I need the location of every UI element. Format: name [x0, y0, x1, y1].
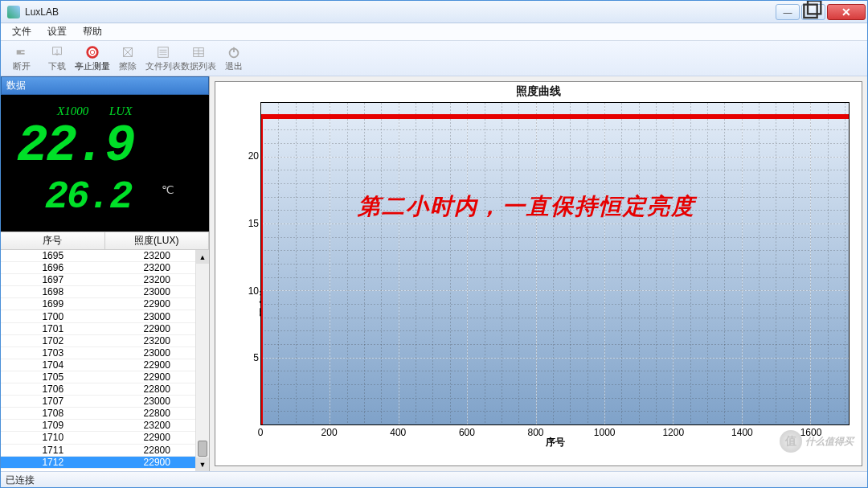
cell-index: 1696 — [1, 262, 105, 273]
minimize-button[interactable]: — — [776, 4, 800, 20]
lcd-value-lux: 22.9 — [17, 117, 134, 175]
watermark: 值 什么值得买 — [780, 430, 854, 453]
chart-series-rise — [261, 117, 263, 424]
status-bar: 已连接 — [1, 471, 867, 487]
y-tick: 15 — [248, 218, 259, 229]
menu-settings[interactable]: 设置 — [39, 23, 75, 40]
table-row[interactable]: 170822800 — [1, 408, 209, 420]
col-index-header[interactable]: 序号 — [1, 232, 105, 249]
x-tick: 800 — [528, 427, 544, 438]
menu-file[interactable]: 文件 — [4, 23, 39, 40]
close-button[interactable]: ✕ — [827, 4, 866, 20]
scroll-down-arrow-icon[interactable]: ▼ — [196, 457, 209, 471]
y-axis: 5101520 — [246, 102, 260, 425]
chart-series-line — [261, 114, 849, 119]
x-tick: 0 — [258, 427, 264, 438]
cell-index: 1700 — [1, 311, 105, 322]
panel-title: 数据 — [1, 76, 209, 95]
table-row[interactable]: 169922900 — [1, 298, 209, 310]
cell-lux: 22800 — [105, 383, 210, 395]
cell-index: 1697 — [1, 274, 105, 285]
cell-index: 1695 — [1, 250, 105, 261]
download-button[interactable]: 下载 — [39, 43, 75, 75]
table-row[interactable]: 170723000 — [1, 396, 209, 408]
x-axis: 序号 02004006008001000120014001600 — [260, 425, 850, 449]
table-row[interactable]: 170223200 — [1, 335, 209, 347]
cell-lux: 22900 — [105, 359, 210, 371]
table-row[interactable]: 170923200 — [1, 420, 209, 432]
status-connected: 已连接 — [6, 474, 35, 486]
table-row[interactable]: 169723200 — [1, 274, 209, 286]
disconnect-button[interactable]: 断开 — [4, 43, 39, 75]
cell-index: 1707 — [1, 396, 105, 407]
scroll-up-arrow-icon[interactable]: ▲ — [196, 250, 209, 264]
table-row[interactable]: 170422900 — [1, 359, 209, 371]
table-row[interactable]: 169823000 — [1, 286, 209, 298]
watermark-badge-icon: 值 — [780, 430, 802, 453]
cell-index: 1710 — [1, 432, 105, 443]
erase-icon — [120, 45, 136, 59]
cell-index: 1702 — [1, 335, 105, 347]
cell-lux: 23200 — [105, 420, 210, 431]
cell-index: 1698 — [1, 286, 105, 297]
plug-icon — [14, 45, 30, 59]
power-icon — [226, 45, 242, 59]
cell-lux: 23200 — [105, 335, 210, 347]
lcd-display: X1000 LUX 22.9 26.2 ℃ — [1, 95, 209, 232]
table-scrollbar[interactable]: ▲ ▼ — [195, 250, 209, 471]
svg-rect-2 — [17, 50, 21, 54]
scroll-thumb[interactable] — [198, 441, 207, 457]
cell-lux: 23200 — [105, 262, 210, 273]
cell-lux: 23000 — [105, 347, 210, 359]
cell-lux: 23200 — [105, 274, 210, 285]
table-row[interactable]: 171222900 — [1, 457, 209, 469]
cell-lux: 22900 — [105, 371, 210, 383]
cell-lux: 22900 — [105, 457, 210, 468]
table-row[interactable]: 171022900 — [1, 432, 209, 444]
cell-index: 1708 — [1, 408, 105, 419]
table-row[interactable]: 169523200 — [1, 250, 209, 262]
table-row[interactable]: 170622800 — [1, 383, 209, 396]
y-tick: 20 — [248, 150, 259, 162]
cell-lux: 22800 — [105, 445, 210, 456]
file-list-button[interactable]: 文件列表 — [145, 43, 181, 75]
app-title: LuxLAB — [25, 6, 776, 18]
left-panel: 数据 X1000 LUX 22.9 26.2 ℃ 序号 照度(LUX) 1695… — [1, 76, 210, 471]
data-table: 序号 照度(LUX) 16952320016962320016972320016… — [1, 232, 209, 471]
cell-lux: 23200 — [105, 250, 210, 261]
table-row[interactable]: 170023000 — [1, 310, 209, 322]
chart-box: 照度曲线 照度值(LUX) (10^3) 5101520 第二小时内，一直保持恒… — [215, 81, 862, 466]
stop-measure-button[interactable]: 亭止测量 — [75, 43, 110, 75]
erase-button[interactable]: 擦除 — [110, 43, 145, 75]
table-rows[interactable]: 1695232001696232001697232001698230001699… — [1, 250, 209, 471]
table-row[interactable]: 170323000 — [1, 347, 209, 359]
table-row[interactable]: 170122900 — [1, 323, 209, 335]
chart-grid — [261, 103, 849, 424]
cell-lux: 22900 — [105, 432, 210, 443]
cell-lux: 23000 — [105, 396, 210, 407]
x-tick: 400 — [390, 427, 406, 438]
table-row[interactable]: 169623200 — [1, 262, 209, 274]
lcd-value-temp: 26.2 — [45, 175, 131, 219]
data-list-button[interactable]: 数据列表 — [181, 43, 216, 75]
lcd-multiplier: X1000 — [57, 105, 88, 118]
cell-index: 1703 — [1, 347, 105, 359]
x-tick: 1000 — [594, 427, 616, 438]
plot-area[interactable]: 第二小时内，一直保持恒定亮度 — [260, 102, 850, 425]
y-tick: 5 — [253, 352, 259, 363]
chart-annotation: 第二小时内，一直保持恒定亮度 — [358, 191, 695, 222]
cell-lux: 22900 — [105, 298, 210, 310]
lcd-unit-temp: ℃ — [162, 183, 174, 196]
cell-index: 1705 — [1, 371, 105, 383]
app-window: LuxLAB — ✕ 文件 设置 帮助 断开 下载 亭止测量 擦除 — [0, 0, 868, 488]
cell-lux: 23000 — [105, 286, 210, 297]
x-tick: 600 — [459, 427, 475, 438]
col-lux-header[interactable]: 照度(LUX) — [105, 232, 210, 249]
maximize-button[interactable] — [801, 4, 825, 20]
main-body: 数据 X1000 LUX 22.9 26.2 ℃ 序号 照度(LUX) 1695… — [1, 76, 867, 471]
menu-help[interactable]: 帮助 — [75, 23, 110, 40]
table-row[interactable]: 171122800 — [1, 445, 209, 457]
table-icon — [190, 45, 207, 59]
exit-button[interactable]: 退出 — [216, 43, 252, 75]
table-row[interactable]: 170522900 — [1, 371, 209, 383]
